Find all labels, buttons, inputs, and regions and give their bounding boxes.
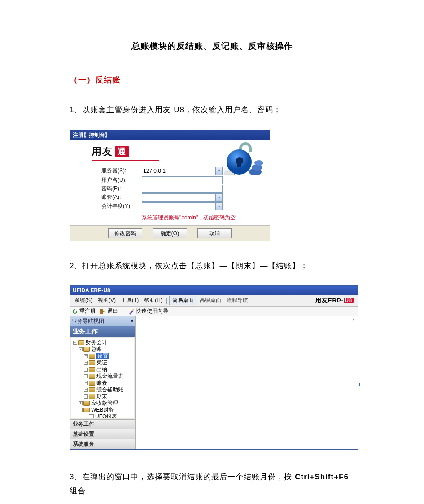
- lock-graphic-icon: [212, 140, 266, 181]
- chevron-down-icon[interactable]: ▾: [215, 203, 222, 210]
- chevron-down-icon[interactable]: ▾: [215, 194, 222, 201]
- toolbar-quickguide[interactable]: 快速使用向导: [128, 307, 168, 315]
- login-dialog-figure: 注册〖控制台〗: [70, 130, 270, 241]
- tree-gl[interactable]: -总账: [71, 346, 134, 353]
- account-select[interactable]: ▾: [142, 193, 223, 202]
- chevron-down-icon[interactable]: ▾: [131, 319, 133, 324]
- folder-open-icon: [78, 340, 84, 345]
- sidebar-tab-biz[interactable]: 业务工作: [70, 420, 135, 429]
- password-input[interactable]: [142, 185, 223, 193]
- menu-tools[interactable]: 工具(T): [118, 296, 141, 305]
- svg-point-3: [254, 160, 263, 166]
- refresh-icon: [72, 308, 78, 315]
- sidebar-header: 业务导航视图 ▾: [70, 316, 135, 326]
- plus-icon[interactable]: +: [84, 368, 88, 372]
- step-3-post: 组合: [70, 486, 86, 495]
- server-select[interactable]: 127.0.0.1 ▾: [142, 167, 223, 175]
- ok-button[interactable]: 确定(O): [153, 228, 187, 238]
- plus-icon[interactable]: +: [79, 401, 83, 405]
- brand-text: 用友: [315, 297, 328, 304]
- login-hint: 系统管理员账号"admin"，初始密码为空: [101, 211, 270, 223]
- sidebar-header-label: 业务导航视图: [72, 317, 104, 325]
- minus-icon[interactable]: -: [79, 408, 83, 412]
- tree-finance[interactable]: -财务会计: [71, 339, 134, 346]
- folder-icon: [89, 360, 95, 365]
- sidebar-footer: 业务工作 基础设置 系统服务: [70, 419, 135, 449]
- step-3-shortcut: Ctrl+Shift+F6: [295, 473, 349, 481]
- user-input[interactable]: [142, 176, 223, 184]
- login-button-bar: 修改密码 确定(O) 取消: [70, 225, 270, 241]
- menu-system[interactable]: 系统(S): [72, 296, 95, 305]
- server-value: 127.0.0.1: [143, 168, 166, 174]
- minus-icon[interactable]: -: [73, 341, 77, 345]
- tab-simple-desktop[interactable]: 简易桌面: [169, 296, 197, 305]
- change-password-button[interactable]: 修改密码: [108, 228, 142, 238]
- tree-setup[interactable]: +设置: [71, 353, 134, 359]
- erp-brand: 用友ERP-U8: [315, 297, 356, 305]
- label-server: 服务器(S):: [101, 167, 142, 175]
- tree-ar[interactable]: +应收款管理: [71, 400, 134, 407]
- step-3-text: 3、在弹出的窗口中，选择要取消结账的最后一个结账月份，按 Ctrl+Shift+…: [70, 470, 354, 498]
- toolbar-relogin[interactable]: 重注册: [72, 307, 96, 315]
- menu-divider: [166, 298, 167, 304]
- folder-open-icon: [83, 347, 90, 352]
- cancel-button[interactable]: 取消: [197, 228, 232, 238]
- door-icon: [99, 308, 105, 315]
- plus-icon[interactable]: +: [84, 381, 88, 385]
- tree-aux[interactable]: +综合辅助账: [71, 386, 134, 393]
- document-icon: [89, 414, 94, 419]
- plus-icon[interactable]: +: [84, 394, 88, 399]
- folder-icon: [89, 394, 95, 399]
- folder-icon: [89, 374, 95, 379]
- tree-cashier[interactable]: +出纳: [71, 366, 134, 373]
- minus-icon[interactable]: -: [79, 347, 83, 351]
- tree-periodend[interactable]: +期末: [71, 393, 134, 400]
- sidebar-tab-sys[interactable]: 系统服务: [70, 439, 135, 449]
- toolbar-exit[interactable]: 退出: [99, 307, 118, 315]
- year-select[interactable]: ▾: [142, 202, 223, 210]
- label-user: 用户名(U):: [101, 176, 142, 184]
- tab-flow-nav[interactable]: 流程导航: [224, 296, 251, 305]
- erp-toolbar: 重注册 退出 快速使用向导: [70, 307, 358, 316]
- menu-help[interactable]: 帮助(H): [141, 296, 165, 305]
- section-1-header: （一）反结账: [70, 75, 354, 85]
- tree-voucher[interactable]: +凭证: [71, 359, 134, 366]
- logo-badge: 通: [115, 146, 129, 157]
- erp-window-figure: UFIDA ERP-U8 系统(S) 视图(V) 工具(T) 帮助(H) 简易桌…: [70, 285, 358, 450]
- folder-icon: [83, 401, 90, 406]
- tree-ufo[interactable]: UFO报表: [71, 413, 134, 418]
- logo-text: 用友: [92, 146, 113, 157]
- erp-content-area: ×: [136, 316, 358, 449]
- label-password: 密码(P):: [101, 185, 142, 193]
- tree-web[interactable]: -WEB财务: [71, 407, 134, 413]
- svg-point-5: [132, 309, 134, 311]
- folder-icon: [89, 354, 95, 359]
- brand-badge: U8: [344, 298, 354, 303]
- folder-icon: [89, 387, 95, 392]
- step-2-text: 2、打开总账系统模块，依次点击【总账】—【期末】—【结账】；: [70, 259, 354, 273]
- label-year: 会计年度(Y):: [101, 202, 142, 210]
- plus-icon[interactable]: +: [84, 388, 88, 392]
- resize-handle[interactable]: [357, 383, 360, 386]
- wand-icon: [128, 308, 135, 315]
- document-title: 总账模块的反结账、反记账、反审核操作: [70, 40, 354, 52]
- login-titlebar: 注册〖控制台〗: [70, 130, 270, 140]
- plus-icon[interactable]: +: [84, 361, 88, 365]
- folder-open-icon: [83, 408, 90, 412]
- erp-menubar: 系统(S) 视图(V) 工具(T) 帮助(H) 简易桌面 高级桌面 流程导航 用…: [70, 295, 358, 307]
- step-3-pre: 3、在弹出的窗口中，选择要取消结账的最后一个结账月份，按: [70, 473, 295, 481]
- tree-books[interactable]: +账表: [71, 380, 134, 386]
- step-1-text: 1、以账套主管身份进入用友 U8，依次输入用户名、密码；: [70, 103, 354, 117]
- nav-tree[interactable]: -财务会计 -总账 +设置 +凭证 +出纳 +现金流量表 +账表 +综合辅助账 …: [71, 338, 134, 418]
- close-icon[interactable]: ×: [352, 318, 355, 322]
- toolbar-divider: [123, 308, 123, 315]
- tab-advanced-desktop[interactable]: 高级桌面: [197, 296, 224, 305]
- plus-icon[interactable]: +: [84, 374, 88, 378]
- menu-view[interactable]: 视图(V): [95, 296, 118, 305]
- erp-titlebar: UFIDA ERP-U8: [70, 286, 358, 295]
- folder-icon: [89, 367, 95, 372]
- plus-icon[interactable]: +: [84, 354, 88, 358]
- brand-erp: ERP-: [328, 297, 344, 304]
- tree-cashflow[interactable]: +现金流量表: [71, 373, 134, 380]
- sidebar-tab-base[interactable]: 基础设置: [70, 429, 135, 439]
